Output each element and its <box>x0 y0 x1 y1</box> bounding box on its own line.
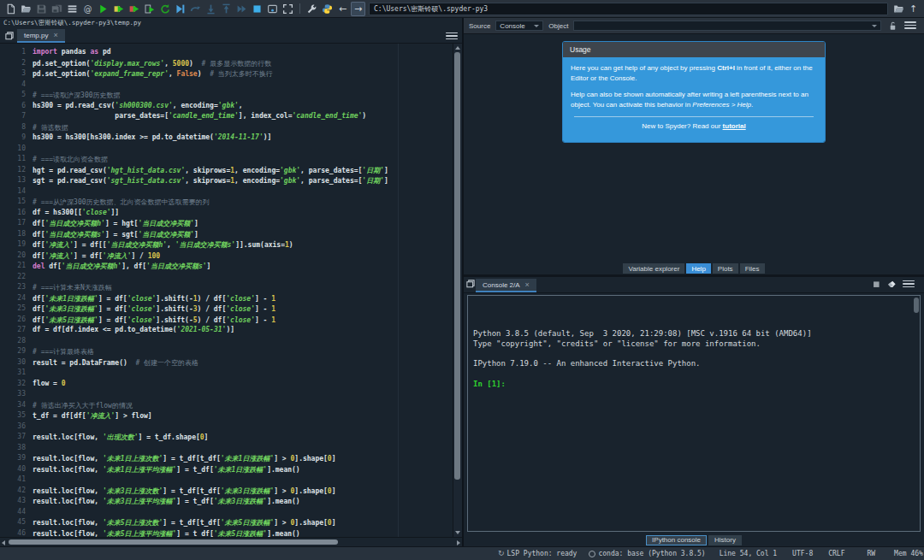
tab-label: temp.py <box>24 32 48 39</box>
debug-step-icon[interactable] <box>188 2 203 16</box>
debug-stop-icon[interactable] <box>250 2 264 16</box>
code-line: 29# ===计算最终表格 <box>0 347 462 358</box>
console-options-icon[interactable] <box>903 278 915 290</box>
help-options-icon[interactable] <box>904 20 916 32</box>
status-conda: conda: base (Python 3.8.5) <box>589 550 705 557</box>
debug-file-icon[interactable] <box>173 2 187 16</box>
tab-ipython-console[interactable]: IPython console <box>646 535 707 545</box>
spyder-window: @←→ C:\Users\密斯铃硕\.spyder-py3 ↑ C:\Users… <box>0 0 924 560</box>
close-tab-icon[interactable]: × <box>53 31 57 39</box>
code-line: 44 <box>0 508 462 519</box>
code-line: 6hs300 = pd.read_csv('sh000300.csv', enc… <box>0 102 462 113</box>
code-line: 35t_df = df[df['净流入'] > flow] <box>0 411 462 422</box>
usage-box: Usage Here you can get help of any objec… <box>562 41 826 143</box>
tab-console-2a[interactable]: Console 2/A × <box>476 279 536 292</box>
run-cell-advance-icon[interactable] <box>127 2 141 16</box>
code-line: 12hgt = pd.read_csv('hgt_hist_data.csv',… <box>0 166 462 177</box>
code-line: 23# ===计算未来N天涨跌幅 <box>0 283 462 294</box>
browse-tabs-icon[interactable] <box>2 29 17 43</box>
file-switcher-icon[interactable] <box>65 2 80 16</box>
tab-plots[interactable]: Plots <box>713 263 738 274</box>
status-bar: ↻LSP Python: readyconda: base (Python 3.… <box>0 546 924 560</box>
editor-horizontal-scrollbar[interactable] <box>0 537 462 546</box>
scrollbar-thumb[interactable] <box>9 539 338 545</box>
code-editor[interactable]: 1import pandas as pd2pd.set_option('disp… <box>0 44 462 537</box>
tab-variable-explorer[interactable]: Variable explorer <box>623 263 684 274</box>
source-label: Source <box>469 22 490 30</box>
status-utf-8: UTF-8 <box>792 550 813 557</box>
browse-tabs-icon[interactable] <box>465 277 476 292</box>
code-line: 19df['净流入'] = df[['当日成交净买额h', '当日成交净买额s'… <box>0 240 462 251</box>
console-tabbar: Console 2/A × <box>464 277 924 293</box>
code-line: 1import pandas as pd <box>0 48 462 59</box>
editor-pane: C:\Users\密斯铃硕\.spyder-py3\temp.py temp.p… <box>0 18 462 546</box>
parent-directory-icon[interactable]: ↑ <box>906 2 921 16</box>
find-symbols-icon[interactable]: @ <box>80 2 95 16</box>
status-rw: RW <box>867 550 875 557</box>
code-line: 34# 筛选出净买入大于flow的情况 <box>0 401 462 412</box>
tab-temp-py[interactable]: temp.py × <box>17 29 65 43</box>
code-line: 13sgt = pd.read_csv('sgt_hist_data.csv',… <box>0 176 462 187</box>
tutorial-link[interactable]: tutorial <box>723 122 746 130</box>
status-line-54-col-1: Line 54, Col 1 <box>720 550 777 557</box>
window-panes-icon[interactable] <box>265 2 280 16</box>
help-source-select[interactable]: Console <box>495 21 543 31</box>
code-line: 7 parse_dates=['candle_end_time'], index… <box>0 112 462 123</box>
code-line: 31 <box>0 368 462 380</box>
ipython-console[interactable]: Python 3.8.5 (default, Sep 3 2020, 21:29… <box>467 295 921 532</box>
tab-history[interactable]: History <box>708 535 742 545</box>
code-line: 18df['当日成交净买额s'] = sgt['当日成交净买额'] <box>0 230 462 241</box>
code-line: 40result.loc[flow, '未来1日上涨平均涨幅'] = t_df[… <box>0 465 462 476</box>
debug-step-return-icon[interactable] <box>219 2 234 16</box>
code-line: 25df['未来3日涨跌幅'] = df['close'].shift(-3) … <box>0 304 462 315</box>
help-object-input[interactable] <box>573 21 881 31</box>
console-scrollbar-thumb[interactable] <box>914 298 919 313</box>
tab-help[interactable]: Help <box>686 263 710 274</box>
code-line: 43result.loc[flow, '未来3日上涨平均涨幅'] = t_df[… <box>0 497 462 508</box>
run-cell-icon[interactable] <box>111 2 126 16</box>
console-bottom-tabs: IPython consoleHistory <box>464 533 924 546</box>
scrollbar-thumb[interactable] <box>454 52 460 480</box>
save-icon[interactable] <box>34 2 49 16</box>
code-line: 26df['未来5日涨跌幅'] = df['close'].shift(-5) … <box>0 315 462 327</box>
console-output-line <box>473 350 915 360</box>
code-line: 3pd.set_option('expand_frame_repr', Fals… <box>0 69 462 80</box>
code-line: 28 <box>0 337 462 348</box>
status-crlf: CRLF <box>828 550 844 557</box>
editor-vertical-scrollbar[interactable] <box>453 44 462 537</box>
back-icon[interactable]: ← <box>335 2 350 16</box>
maximize-pane-icon[interactable] <box>281 2 295 16</box>
restart-kernel-icon[interactable] <box>157 2 172 16</box>
code-line: 45result.loc[flow, '未来5日上涨次数'] = t_df[t_… <box>0 518 462 529</box>
code-line: 8# 筛选数据 <box>0 123 462 134</box>
debug-step-into-icon[interactable] <box>204 2 218 16</box>
browse-directory-icon[interactable] <box>891 2 906 16</box>
code-line: 10 <box>0 144 462 156</box>
working-directory-input[interactable]: C:\Users\密斯铃硕\.spyder-py3 <box>369 3 888 15</box>
help-content: Usage Here you can get help of any objec… <box>464 34 924 262</box>
save-all-icon[interactable] <box>50 2 64 16</box>
chevron-down-icon <box>534 25 539 27</box>
console-output-line: IPython 7.19.0 -- An enhanced Interactiv… <box>473 359 915 369</box>
forward-icon[interactable]: → <box>351 2 365 16</box>
editor-options-icon[interactable] <box>446 30 458 42</box>
right-pane-tabs: Variable explorerHelpPlotsFiles <box>464 262 924 274</box>
run-selection-icon[interactable] <box>142 2 157 16</box>
lock-icon[interactable] <box>886 20 899 32</box>
preferences-icon[interactable] <box>305 2 319 16</box>
clear-console-icon[interactable] <box>887 280 897 289</box>
console-prompt: In [1]: <box>473 380 915 390</box>
editor-file-path: C:\Users\密斯铃硕\.spyder-py3\temp.py <box>0 18 462 27</box>
new-file-icon[interactable] <box>3 2 18 16</box>
code-line: 22 <box>0 273 462 284</box>
code-line: 20df['净流入'] = df['净流入'] / 100 <box>0 251 462 262</box>
code-line: 21del df['当日成交净买额h'], df['当日成交净买额s'] <box>0 262 462 273</box>
tab-files[interactable]: Files <box>740 263 765 274</box>
debug-continue-icon[interactable] <box>234 2 249 16</box>
python-interpreter-icon[interactable] <box>320 2 335 16</box>
run-file-icon[interactable] <box>96 2 110 16</box>
interrupt-kernel-icon[interactable] <box>872 280 881 289</box>
code-line: 36 <box>0 422 462 433</box>
close-tab-icon[interactable]: × <box>525 280 530 289</box>
open-file-icon[interactable] <box>19 2 33 16</box>
